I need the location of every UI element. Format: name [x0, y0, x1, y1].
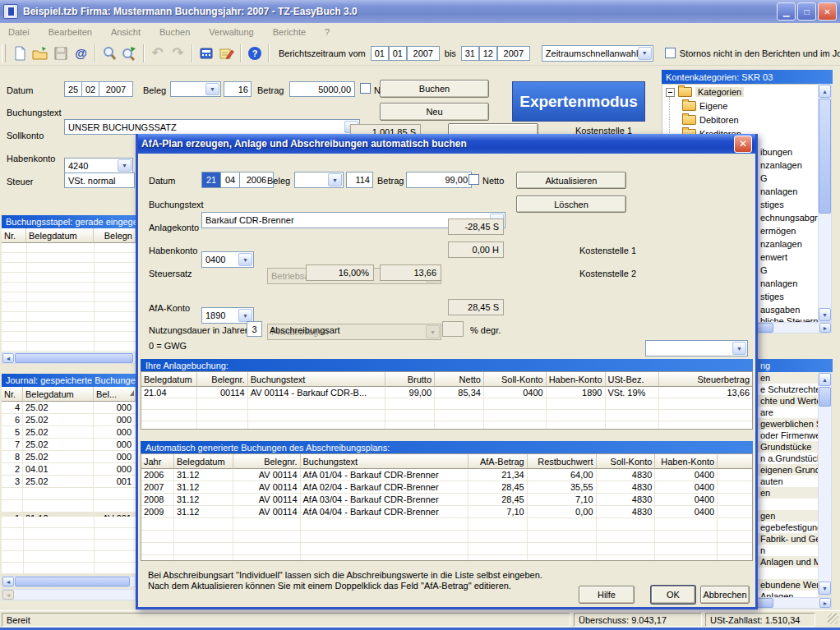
dialog-datum-day-field[interactable]: 21 — [201, 172, 221, 188]
help-icon[interactable]: ? — [244, 44, 265, 62]
steuer-field[interactable]: VSt. normal — [64, 172, 135, 188]
scroll-thumb[interactable] — [15, 577, 130, 586]
column-header[interactable]: Belegnr. — [197, 372, 248, 387]
column-header[interactable]: Nr. — [2, 228, 26, 243]
scroll-up-icon[interactable]: ▲ — [819, 85, 831, 98]
column-header[interactable]: Belegnr. — [233, 454, 301, 469]
dialog-netto-checkbox[interactable] — [468, 174, 479, 185]
scroll-left-icon[interactable]: ◄ — [2, 353, 14, 363]
tree-node-debitoren[interactable]: Debitoren — [682, 115, 739, 125]
stapel-hscrollbar[interactable]: ◄ — [2, 352, 136, 364]
chevron-down-icon[interactable]: ▼ — [118, 159, 132, 172]
search-accounts-icon[interactable] — [119, 44, 140, 62]
column-header[interactable]: Steuerbetrag — [659, 372, 752, 387]
column-header[interactable]: Belegdatum — [23, 387, 94, 402]
menu-bearbeiten[interactable]: Bearbeiten — [48, 27, 92, 37]
column-header[interactable]: Soll-Konto — [597, 454, 656, 469]
column-header[interactable]: Belegdatum — [26, 228, 94, 243]
abbrechen-button[interactable]: Abbrechen — [700, 586, 750, 604]
period-to-year[interactable]: 2007 — [497, 46, 530, 61]
column-header[interactable]: AfA-Betrag — [468, 454, 528, 469]
period-to-month[interactable]: 12 — [479, 46, 497, 61]
kostenstelle1-combo[interactable]: ▼ — [645, 340, 748, 356]
ok-button[interactable]: OK — [651, 586, 695, 604]
save-icon[interactable] — [50, 44, 71, 62]
chevron-down-icon[interactable]: ▼ — [205, 83, 219, 95]
chevron-down-icon[interactable]: ▼ — [328, 173, 342, 186]
collapse-icon[interactable] — [666, 88, 675, 97]
column-header[interactable]: Belegdatum — [141, 372, 197, 387]
aktualisieren-button[interactable]: Aktualisieren — [516, 172, 626, 189]
scroll-right-icon[interactable]: ► — [819, 323, 831, 333]
beleg-nr-field[interactable]: 16 — [224, 81, 252, 97]
close-icon[interactable]: ✕ — [818, 2, 837, 21]
journal-row[interactable]: 825.02000 — [2, 451, 136, 463]
journal-hscrollbar-2[interactable]: ◄ — [2, 589, 136, 600]
calculator-icon[interactable] — [196, 44, 216, 62]
loeschen-button[interactable]: Löschen — [516, 195, 626, 213]
table-row[interactable]: 21.0400114 AV 00114 - Barkauf CDR-B...99… — [141, 387, 752, 398]
menu-datei[interactable]: Datei — [8, 27, 30, 37]
period-from-day[interactable]: 01 — [371, 46, 389, 61]
menu-buchen[interactable]: Buchen — [159, 27, 190, 37]
journal-row[interactable]: 725.02000 — [2, 439, 136, 451]
column-header[interactable]: Nr. — [2, 387, 23, 402]
maximize-icon[interactable]: □ — [797, 2, 816, 21]
chevron-down-icon[interactable]: ▼ — [638, 47, 652, 60]
period-from-month[interactable]: 01 — [389, 46, 407, 61]
journal-row[interactable]: 325.02001 — [2, 476, 136, 488]
chevron-down-icon[interactable]: ▼ — [732, 342, 746, 355]
datum-month-field[interactable]: 02 — [81, 81, 99, 97]
chevron-down-icon[interactable]: ▼ — [238, 253, 252, 266]
journal-row[interactable]: 204.01000 — [2, 463, 136, 476]
menu-verwaltung[interactable]: Verwaltung — [209, 27, 253, 37]
email-icon[interactable]: @ — [71, 44, 91, 62]
buchungstext-combo[interactable]: UNSER BUCHUNGSSATZ ▼ — [64, 119, 360, 135]
column-header[interactable]: Buchungstext — [248, 372, 386, 387]
minimize-icon[interactable]: ▁ — [777, 2, 796, 21]
column-header[interactable]: Jahr — [141, 454, 174, 469]
menu-ansicht[interactable]: Ansicht — [111, 27, 141, 37]
resize-grip[interactable] — [828, 614, 838, 624]
betrag-field[interactable]: 5000,00 — [289, 81, 355, 97]
column-header[interactable]: Belegdatum — [174, 454, 233, 469]
expertenmodus-button[interactable]: Expertenmodus — [512, 81, 645, 122]
column-header[interactable]: Soll-Konto — [484, 372, 547, 387]
nutzungsdauer-field[interactable]: 3 — [247, 321, 262, 337]
tree-vscrollbar[interactable]: ▲ ▼ — [818, 84, 832, 322]
netto-checkbox[interactable] — [360, 83, 371, 94]
stornos-checkbox[interactable] — [665, 48, 676, 58]
table-row[interactable]: 200931.12 AV 00114AfA 04/04 - Barkauf CD… — [141, 506, 752, 518]
dialog-datum-month-field[interactable]: 04 — [220, 172, 240, 188]
list-vscrollbar[interactable]: ▲ ▼ — [818, 372, 832, 596]
column-header[interactable]: Restbuchwert — [528, 454, 597, 469]
table-row[interactable]: 200631.12 AV 00114AfA 01/04 - Barkauf CD… — [141, 469, 752, 481]
dialog-betrag-field[interactable]: 99,00 — [406, 172, 472, 188]
datum-day-field[interactable]: 25 — [64, 81, 82, 97]
column-header[interactable]: USt-Bez. — [606, 372, 660, 387]
dialog-beleg-nr-field[interactable]: 114 — [346, 172, 373, 188]
column-header[interactable]: Haben-Konto — [655, 454, 718, 469]
scroll-left-icon[interactable]: ◄ — [2, 577, 14, 586]
tree-node-kategorien[interactable]: Kategorien — [666, 87, 744, 97]
scroll-right-icon[interactable]: ► — [819, 598, 831, 608]
scroll-down-icon[interactable]: ▼ — [819, 308, 831, 321]
column-header[interactable]: Netto — [435, 372, 484, 387]
beleg-combo[interactable]: ▼ — [170, 81, 221, 97]
journal-row[interactable]: 625.02000 — [2, 414, 136, 426]
sollkonto-combo[interactable]: 4240 ▼ — [64, 158, 133, 173]
table-row[interactable]: 200831.12 AV 00114AfA 03/04 - Barkauf CD… — [141, 494, 752, 506]
table-row[interactable]: 200731.12 AV 00114AfA 02/04 - Barkauf CD… — [141, 481, 752, 494]
journal-row[interactable]: 425.02000 — [2, 402, 136, 414]
scroll-thumb[interactable] — [15, 353, 133, 363]
column-header[interactable]: Belegn — [94, 228, 136, 243]
datum-year-field[interactable]: 2007 — [99, 81, 133, 97]
journal-hscrollbar[interactable]: ◄ — [2, 576, 136, 587]
period-to-day[interactable]: 31 — [461, 46, 479, 61]
hilfe-button[interactable]: Hilfe — [579, 586, 635, 604]
quick-period-select[interactable]: Zeitraumschnellanwahl ▼ — [542, 45, 653, 62]
search-icon[interactable] — [99, 44, 119, 62]
scroll-thumb[interactable] — [819, 99, 831, 214]
buchen-button[interactable]: Buchen — [380, 80, 489, 98]
dialog-close-icon[interactable]: ✕ — [734, 136, 752, 153]
